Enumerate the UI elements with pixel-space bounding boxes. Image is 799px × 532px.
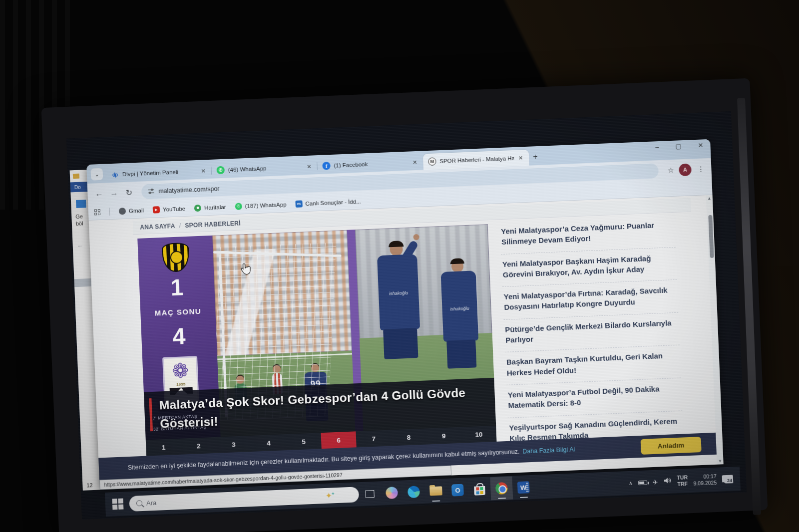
thumbnail-icon (76, 200, 86, 208)
cookie-more-info-link[interactable]: Daha Fazla Bilgi Al (522, 446, 575, 455)
close-button[interactable]: ✕ (698, 141, 704, 149)
whatsapp-icon: ✆ (235, 203, 242, 210)
cookie-accept-button[interactable]: Anladım (640, 437, 701, 455)
close-icon[interactable]: ✕ (411, 159, 418, 166)
page-content: ANA SAYFA / SPOR HABERLERİ 1 MAÇ SONU 4 … (89, 195, 724, 490)
edge-icon (407, 486, 420, 498)
tab-label: (46) WhatsApp (228, 164, 302, 173)
close-icon[interactable]: ✕ (200, 168, 207, 175)
page-dot-2[interactable]: 2 (181, 437, 216, 455)
torso: ishakoğlu (440, 270, 478, 342)
news-headline[interactable]: Malatya’da Şok Skor! Gebzespor’dan 4 Gol… (159, 383, 487, 433)
breadcrumb-section[interactable]: SPOR HABERLERİ (185, 220, 241, 229)
match-status-label: MAÇ SONU (140, 306, 216, 318)
bookmark-label: Gmail (129, 207, 144, 214)
page-dot-5[interactable]: 5 (286, 433, 321, 451)
news-sidebar: Yeni Malatyaspor’a Ceza Yağmuru: Puanlar… (499, 215, 684, 451)
word-icon: W (517, 481, 530, 494)
bookmark-canli-sonuclar[interactable]: m Canlı Sonuçlar - İdd... (295, 198, 361, 207)
taskbar-search[interactable]: Ara ✦✦ (129, 487, 359, 512)
apps-grid-icon[interactable] (94, 209, 100, 215)
outlook-button[interactable]: O (446, 478, 469, 502)
page-dot-9[interactable]: 9 (426, 427, 461, 445)
laptop-screen: Do Ge böl ← 12 ⌄ dp Divpi | Yönetim Pane… (66, 111, 747, 520)
reload-button[interactable]: ↻ (122, 188, 136, 198)
scroll-up-arrow[interactable]: ▲ (706, 196, 713, 201)
edge-button[interactable] (402, 480, 425, 504)
store-button[interactable] (468, 477, 491, 501)
site-icon: M (428, 157, 436, 166)
shorts (446, 339, 476, 368)
page-dot-7[interactable]: 7 (356, 430, 392, 448)
airplane-mode-icon[interactable]: ✈ (653, 478, 659, 486)
notification-center-icon[interactable]: 24 (722, 475, 734, 484)
bookmark-whatsapp[interactable]: ✆ (187) WhatsApp (235, 201, 287, 210)
news-slider[interactable]: 1 MAÇ SONU 4 ❁ 1955 (137, 224, 496, 440)
clock[interactable]: 00:179.09.2025 (693, 473, 717, 487)
forward-button[interactable]: → (107, 188, 121, 198)
volume-icon[interactable] (663, 477, 672, 487)
folder-icon (429, 486, 442, 496)
back-button[interactable]: ← (92, 189, 106, 199)
bookmark-label: Haritalar (204, 204, 226, 211)
facebook-icon: f (322, 162, 331, 170)
breadcrumb-home[interactable]: ANA SAYFA (140, 222, 175, 231)
tab-search-button[interactable]: ⌄ (90, 168, 103, 181)
tab-label: (1) Facebook (334, 160, 408, 169)
tune-icon (147, 188, 155, 195)
tab-label: SPOR Haberleri - Malatya Habe (439, 155, 514, 164)
close-icon[interactable]: ✕ (517, 155, 524, 162)
bookmark-gmail[interactable]: Gmail (119, 207, 144, 215)
away-score: 4 (141, 321, 217, 351)
maximize-button[interactable]: ▢ (675, 142, 682, 150)
start-button[interactable] (112, 499, 124, 510)
page-dot-8[interactable]: 8 (391, 429, 426, 447)
shorts (383, 328, 418, 359)
browser-window: ⌄ dp Divpi | Yönetim Paneli ✕ ✆ (46) Wha… (86, 139, 724, 490)
word-button[interactable]: W (512, 476, 535, 500)
bookmark-star-icon[interactable]: ☆ (668, 166, 674, 175)
task-view-button[interactable] (359, 482, 382, 506)
mouse-hand-cursor (240, 263, 251, 275)
page-number: 12 (86, 482, 93, 488)
bookmark-youtube[interactable]: ▶ YouTube (153, 205, 186, 213)
mackolik-icon: m (295, 200, 303, 208)
task-view-icon (365, 490, 375, 498)
bookmark-label: (187) WhatsApp (245, 201, 287, 209)
window-controls: – ▢ ✕ (655, 141, 704, 151)
scrollbar-thumb[interactable] (708, 215, 714, 258)
file-explorer-button[interactable] (424, 479, 447, 503)
page-scrollbar[interactable]: ▲ ▼ (706, 195, 724, 465)
minimize-button[interactable]: – (655, 143, 659, 151)
page-dot-6-active[interactable]: 6 (321, 431, 357, 449)
profile-avatar[interactable]: A (679, 163, 692, 176)
sponsor-text: ishakoğlu (442, 305, 477, 312)
menu-kebab-icon[interactable]: ⋮ (697, 165, 705, 173)
new-tab-button[interactable]: + (533, 152, 538, 161)
close-icon[interactable]: ✕ (306, 163, 313, 170)
language-indicator[interactable]: TURTRF (677, 475, 688, 488)
hair (450, 258, 464, 264)
store-icon (474, 486, 485, 495)
malatyaspor-badge-icon (162, 243, 190, 272)
chrome-icon (495, 482, 508, 495)
page-dot-3[interactable]: 3 (216, 436, 251, 454)
chrome-button-active[interactable] (490, 477, 513, 501)
sponsor-text: ishakoğlu (379, 290, 418, 296)
whatsapp-icon: ✆ (216, 166, 225, 175)
breadcrumb-separator: / (179, 222, 181, 229)
chevron-down-icon: ⌄ (94, 171, 99, 178)
scroll-down-arrow[interactable]: ▼ (717, 459, 723, 464)
separator (109, 208, 110, 216)
bookmark-haritalar[interactable]: Haritalar (194, 203, 226, 212)
system-tray: ∧ ✈ TURTRF 00:179.09.2025 24 (628, 472, 736, 490)
page-dot-4[interactable]: 4 (251, 434, 286, 452)
flower-emblem: ❁ (171, 359, 189, 382)
copilot-icon (386, 487, 398, 499)
page-dot-10[interactable]: 10 (461, 426, 496, 444)
battery-icon[interactable] (638, 480, 647, 485)
search-placeholder: Ara (146, 499, 157, 507)
page-dot-1[interactable]: 1 (146, 439, 181, 457)
copilot-button[interactable] (381, 481, 403, 505)
tray-chevron-icon[interactable]: ∧ (629, 480, 633, 486)
